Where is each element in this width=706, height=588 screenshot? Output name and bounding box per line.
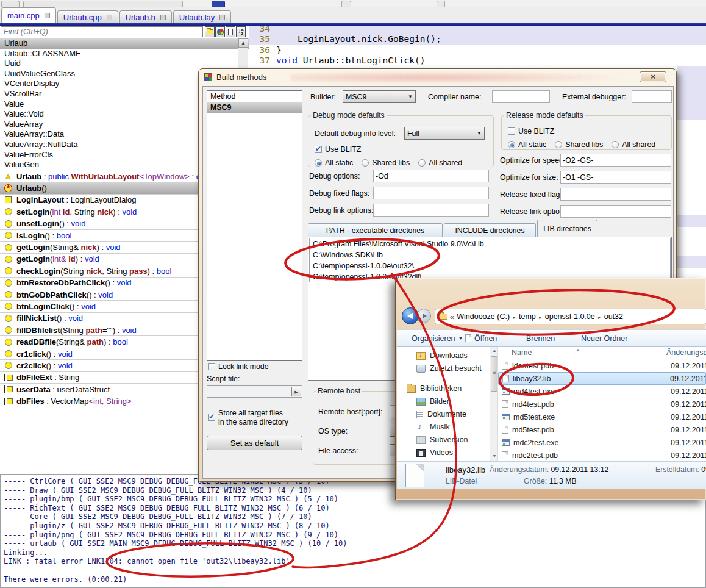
breadcrumb-overflow-chevron[interactable]: « bbox=[450, 312, 454, 321]
file-name: mdc2test.exe bbox=[513, 439, 669, 447]
tab-close-box-icon[interactable] bbox=[160, 15, 166, 20]
code-segment: getLogin bbox=[16, 254, 50, 264]
compiler-name-field[interactable] bbox=[492, 90, 550, 103]
debug-use-blitz-checkbox[interactable]: Use BLITZ bbox=[315, 145, 361, 154]
sidebar-item-downloads[interactable]: Downloads bbox=[416, 350, 468, 362]
file-row-ideatest.pdb[interactable]: ideatest.pdb09.12.2011 13 bbox=[498, 359, 706, 372]
address-bar[interactable]: « Windoooze (C:)►temp►openssl-1.0.0e►out… bbox=[435, 309, 706, 324]
builder-select[interactable]: MSC9▼ bbox=[343, 90, 416, 103]
organize-menu[interactable]: Organisieren▼ bbox=[412, 334, 463, 343]
editor-line[interactable]: 35 LoginLayout.nick.GoBegin(); bbox=[249, 34, 706, 45]
open-button[interactable]: Öffnen bbox=[465, 334, 497, 343]
breadcrumb-item[interactable]: temp bbox=[519, 312, 536, 321]
scroll-down-icon[interactable]: ▼ bbox=[491, 454, 498, 458]
class-list-item[interactable]: Urlaub::CLASSNAME bbox=[0, 49, 249, 59]
sidebar-item-videos[interactable]: Videos bbox=[416, 446, 453, 459]
breadcrumb-item[interactable]: Windoooze (C:) bbox=[457, 312, 510, 321]
radio-shared-libs[interactable]: Shared libs bbox=[362, 159, 410, 167]
code-segment: int bbox=[52, 207, 63, 217]
tab-include-directories[interactable]: INCLUDE directories bbox=[444, 223, 536, 237]
code-segment: unsetLogin bbox=[16, 219, 59, 228]
sidebar-item-library[interactable]: Bibliotheken bbox=[407, 382, 462, 395]
scrollbar-thumb[interactable] bbox=[491, 356, 497, 392]
code-segment: void bbox=[117, 278, 132, 287]
radio-shared-libs[interactable]: Shared libs bbox=[555, 140, 603, 149]
field-input-release-link-options[interactable] bbox=[560, 205, 671, 218]
browse-symbols-button[interactable] bbox=[215, 26, 225, 37]
external-debugger-field[interactable] bbox=[632, 90, 672, 103]
tab-lib-directories[interactable]: LIB directories bbox=[537, 220, 597, 237]
file-row-mdc2test.exe[interactable]: mdc2test.exe09.12.2011 13 bbox=[498, 436, 706, 449]
sort-button[interactable]: ↓az bbox=[236, 26, 246, 37]
column-name[interactable]: Name bbox=[512, 348, 532, 357]
editor-line[interactable]: 36} bbox=[249, 45, 706, 56]
code-segment: nick bbox=[86, 267, 102, 276]
field-input-release-fixed-flags[interactable] bbox=[560, 188, 671, 201]
sidebar-item-recent[interactable]: Zuletzt besucht bbox=[416, 362, 482, 375]
code-segment: bool bbox=[57, 231, 72, 240]
column-divider[interactable] bbox=[663, 347, 663, 359]
sidebar-item-pictures[interactable]: Bilder bbox=[416, 395, 449, 407]
radio-all-static[interactable]: All static bbox=[508, 140, 546, 149]
radio-all-shared[interactable]: All shared bbox=[612, 140, 655, 149]
back-button[interactable] bbox=[402, 307, 419, 324]
file-name: md4test.pdb bbox=[512, 400, 669, 409]
sidebar-item-subversion[interactable]: Subversion bbox=[416, 434, 468, 446]
tab-Urlaub.cpp[interactable]: Urlaub.cpp bbox=[57, 10, 118, 23]
lock-link-mode-checkbox[interactable]: Lock link mode bbox=[208, 362, 269, 371]
tab-close-box-icon[interactable] bbox=[45, 13, 50, 18]
tab-Urlaub.lay[interactable]: Urlaub.lay bbox=[173, 10, 232, 23]
new-folder-button[interactable]: Neuer Ordner bbox=[581, 334, 627, 343]
scroll-up-icon[interactable]: ▲ bbox=[238, 38, 248, 48]
file-row-md5test.exe[interactable]: md5test.exe09.12.2011 13 bbox=[498, 411, 706, 423]
find-input[interactable] bbox=[1, 26, 203, 37]
tab-path-executable-directories[interactable]: PATH - executable directories bbox=[308, 223, 443, 237]
directory-path-row[interactable]: C:\Windows SDK\Lib bbox=[309, 249, 671, 260]
tab-main.cpp[interactable]: main.cpp bbox=[1, 7, 56, 23]
tab-close-box-icon[interactable] bbox=[219, 15, 225, 20]
member-signature: userData : userDataStruct bbox=[16, 385, 110, 394]
tab-Urlaub.h[interactable]: Urlaub.h bbox=[119, 10, 172, 23]
class-list-item[interactable]: Urlaub bbox=[0, 38, 249, 49]
radio-all-shared[interactable]: All shared bbox=[418, 159, 462, 167]
column-modified[interactable]: Änderungsda bbox=[666, 348, 706, 357]
set-as-default-button[interactable]: Set as default bbox=[207, 436, 302, 450]
sidebar-item-documents[interactable]: Dokumente bbox=[416, 408, 466, 420]
store-target-files-checkbox[interactable]: Store all target filesin the same direct… bbox=[208, 409, 288, 427]
file-row-mdc2test.pdb[interactable]: mdc2test.pdb09.12.2011 13 bbox=[498, 449, 706, 461]
folder-button[interactable] bbox=[205, 26, 215, 37]
tab-close-box-icon[interactable] bbox=[107, 15, 112, 20]
document-button[interactable] bbox=[226, 26, 235, 37]
field-input-optimize-for-speed[interactable] bbox=[560, 154, 671, 167]
method-list[interactable]: Method MSC9 bbox=[207, 90, 302, 361]
console-line: ----- Core ( GUI SSE2 MSC9 DEBUG DEBUG_F… bbox=[4, 512, 705, 522]
breadcrumb-item[interactable]: openssl-1.0.0e bbox=[545, 312, 595, 321]
field-input-debug-link-options[interactable] bbox=[373, 204, 489, 217]
script-file-field[interactable]: ▶ bbox=[207, 385, 302, 398]
method-row[interactable]: MSC9 bbox=[207, 102, 302, 113]
sidebar-scrollbar[interactable]: ▲ ▼ bbox=[490, 347, 498, 461]
expand-arrow-icon[interactable]: ▶ bbox=[291, 387, 301, 396]
debug-info-level-select[interactable]: Full▼ bbox=[404, 127, 485, 140]
radio-all-static[interactable]: All static bbox=[315, 159, 353, 167]
file-row-md4test.pdb[interactable]: md4test.pdb09.12.2011 13 bbox=[498, 398, 706, 411]
directory-path-row[interactable]: C:\Program Files\Microsoft Visual Studio… bbox=[309, 238, 671, 249]
burn-button[interactable]: Brennen bbox=[526, 334, 555, 343]
code-segment: WithUrlaubLayout bbox=[71, 172, 140, 181]
sidebar-item-music[interactable]: Musik bbox=[416, 421, 450, 433]
close-button[interactable]: × bbox=[640, 71, 666, 82]
file-row-md5test.pdb[interactable]: md5test.pdb09.12.2011 13 bbox=[498, 423, 706, 436]
breadcrumb-item[interactable]: out32 bbox=[604, 312, 623, 321]
directory-path-row[interactable]: C:\temp\openssl-1.0.0e\out32\ bbox=[309, 260, 671, 271]
member-icon-cell bbox=[0, 208, 16, 215]
scroll-up-icon[interactable]: ▲ bbox=[491, 348, 498, 353]
file-row-md4test.exe[interactable]: md4test.exe09.12.2011 13 bbox=[498, 385, 706, 398]
field-input-debug-options[interactable] bbox=[373, 170, 489, 182]
editor-highlight-band bbox=[677, 256, 706, 268]
editor-line[interactable]: 37void Urlaub::btnLoginClick() bbox=[249, 56, 706, 66]
field-input-debug-fixed-flags[interactable] bbox=[373, 187, 489, 199]
release-use-blitz-checkbox[interactable]: Use BLITZ bbox=[508, 127, 554, 135]
field-input-optimize-for-size[interactable] bbox=[560, 171, 671, 184]
class-list-item[interactable]: Uuid bbox=[0, 59, 249, 69]
file-row-libeay32.lib[interactable]: libeay32.lib09.12.2011 13 bbox=[498, 372, 706, 385]
